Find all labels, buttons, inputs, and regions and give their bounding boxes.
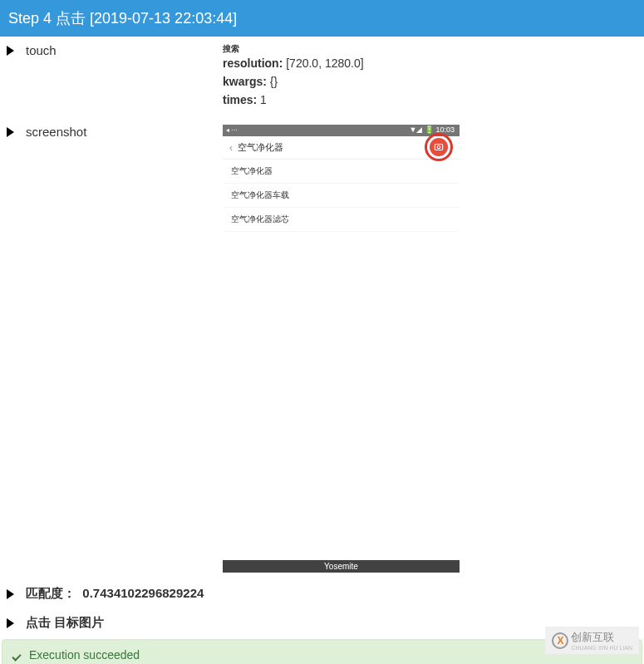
kwargs-label: kwargs: [223, 75, 267, 88]
search-small-label: 搜索 [223, 43, 637, 55]
times-value: 1 [257, 93, 267, 106]
phone-screenshot: ◂ ⋯ ▼◢ 🔋 10:03 ‹ 空气净化器 空气净化器 空气净化器车载 空气净… [223, 125, 460, 573]
screenshot-row: screenshot ◂ ⋯ ▼◢ 🔋 10:03 ‹ 空气净化器 空气净化器 … [0, 118, 644, 579]
touch-target-marker [425, 133, 453, 161]
watermark-subtext: CHUANG XIN HU LIAN [571, 645, 632, 651]
resolution-label: resolution: [223, 57, 283, 70]
match-label: 匹配度： 0.7434102296829224 [26, 586, 204, 602]
back-icon: ‹ [229, 142, 233, 154]
expand-icon[interactable] [7, 589, 14, 599]
touch-row: touch 搜索 resolution: [720.0, 1280.0] kwa… [0, 37, 644, 118]
phone-status-bar: ◂ ⋯ ▼◢ 🔋 10:03 [223, 125, 460, 136]
kwargs-line: kwargs: {} [223, 75, 637, 88]
kwargs-value: {} [267, 75, 278, 88]
status-left-icons: ◂ ⋯ [226, 126, 238, 134]
watermark-logo-icon: X [552, 632, 568, 649]
svg-rect-0 [435, 145, 442, 150]
watermark: X 创新互联 CHUANG XIN HU LIAN [545, 627, 639, 654]
match-row: 匹配度： 0.7434102296829224 [0, 579, 644, 608]
check-icon [12, 649, 24, 661]
suggestion-item: 空气净化器 [223, 160, 460, 184]
touch-label: touch [26, 43, 57, 57]
search-text: 空气净化器 [238, 141, 283, 154]
step-title: Step 4 点击 [2019-07-13 22:03:44] [8, 10, 237, 27]
svg-point-1 [437, 145, 440, 149]
resolution-value: [720.0, 1280.0] [283, 57, 363, 70]
phone-nav-bar: Yosemite [223, 560, 460, 573]
status-right-icons: ▼◢ 🔋 10:03 [410, 125, 455, 134]
step-header: Step 4 点击 [2019-07-13 22:03:44] [0, 0, 644, 37]
times-line: times: 1 [223, 93, 637, 106]
suggestion-item: 空气净化器滤芯 [223, 208, 460, 232]
watermark-text: 创新互联 [571, 631, 614, 643]
screenshot-label: screenshot [26, 125, 86, 139]
expand-icon[interactable] [7, 127, 14, 137]
expand-icon[interactable] [7, 46, 14, 56]
resolution-line: resolution: [720.0, 1280.0] [223, 57, 637, 70]
scan-icon [430, 138, 448, 156]
times-label: times: [223, 93, 257, 106]
click-target-label: 点击 目标图片 [26, 615, 104, 631]
success-text: Execution succeeded [29, 648, 140, 662]
expand-icon[interactable] [7, 618, 14, 628]
suggestion-item: 空气净化器车载 [223, 184, 460, 208]
